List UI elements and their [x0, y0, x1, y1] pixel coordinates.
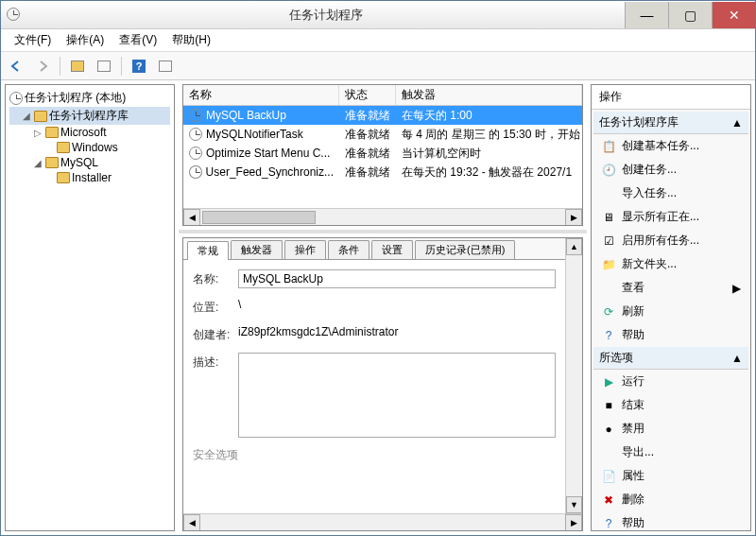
vertical-scrollbar[interactable]: ▲ ▼	[565, 238, 582, 513]
task-icon	[189, 147, 202, 160]
col-trigger[interactable]: 触发器	[396, 85, 582, 105]
menu-help[interactable]: 帮助(H)	[164, 30, 218, 50]
actions-panel: 操作 任务计划程序库▲ 📋创建基本任务... 🕘创建任务... 导入任务... …	[591, 84, 751, 531]
tab-history[interactable]: 历史记录(已禁用)	[415, 240, 515, 259]
action-show-running[interactable]: 🖥显示所有正在...	[593, 205, 748, 229]
tree-arrow-icon[interactable]: ◢	[32, 158, 43, 168]
action-help[interactable]: ?帮助	[593, 323, 748, 347]
actions-body: 任务计划程序库▲ 📋创建基本任务... 🕘创建任务... 导入任务... 🖥显示…	[592, 110, 750, 530]
tree-item-label: Microsoft	[60, 126, 107, 139]
task-trigger: 在每天的 19:32 - 触发器在 2027/1	[396, 164, 582, 181]
tree-root-label: 任务计划程序 (本地)	[25, 90, 126, 106]
tab-conditions[interactable]: 条件	[328, 240, 369, 259]
action-enable-all[interactable]: ☑启用所有任务...	[593, 229, 748, 252]
delete-icon: ✖	[601, 493, 616, 508]
tree-arrow-icon[interactable]: ◢	[21, 111, 32, 121]
properties-button[interactable]	[93, 55, 115, 78]
actions-section-selected: 所选项▲	[593, 347, 748, 370]
help-icon: ?	[601, 516, 616, 531]
tab-general[interactable]: 常规	[187, 241, 229, 260]
horizontal-scrollbar[interactable]: ◀ ▶	[183, 208, 582, 225]
scroll-down-button[interactable]: ▼	[566, 496, 582, 513]
properties-icon: 📄	[601, 469, 616, 484]
forward-button[interactable]	[31, 55, 54, 78]
task-name: MySQLNotifierTask	[206, 128, 303, 141]
collapse-icon[interactable]: ▲	[731, 352, 743, 365]
minimize-button[interactable]: —	[625, 2, 668, 28]
menu-file[interactable]: 文件(F)	[7, 30, 59, 50]
tab-content: 名称: 位置: \ 创建者: iZ89pf2kmsgdc1Z\Administr…	[183, 260, 565, 513]
task-status: 准备就绪	[339, 146, 396, 162]
action-delete[interactable]: ✖删除	[593, 488, 748, 511]
task-icon	[189, 128, 202, 141]
name-input[interactable]	[238, 269, 556, 288]
tree-item-installer[interactable]: Installer	[9, 170, 170, 185]
tree-arrow-icon[interactable]: ▷	[32, 128, 43, 138]
toolbar-separator	[60, 57, 60, 76]
app-icon	[7, 8, 22, 23]
tree-item-windows[interactable]: Windows	[9, 140, 170, 155]
actions-section-library: 任务计划程序库▲	[593, 112, 748, 134]
action-new-folder[interactable]: 📁新文件夹...	[593, 252, 748, 276]
tree-item-mysql[interactable]: ◢MySQL	[9, 155, 170, 170]
tree-item-microsoft[interactable]: ▷Microsoft	[9, 125, 170, 140]
scroll-right-button[interactable]: ▶	[565, 514, 582, 531]
tab-actions[interactable]: 操作	[284, 240, 326, 259]
action-help2[interactable]: ?帮助	[593, 511, 748, 530]
list-body: MySQL BackUp 准备就绪 在每天的 1:00 MySQLNotifie…	[183, 106, 582, 208]
task-row[interactable]: Optimize Start Menu C... 准备就绪 当计算机空闲时	[183, 144, 582, 163]
action-export[interactable]: 导出...	[593, 441, 748, 464]
refresh-button[interactable]	[154, 55, 177, 78]
tree-library[interactable]: ◢任务计划程序库	[9, 107, 170, 125]
col-name[interactable]: 名称	[183, 85, 339, 105]
show-hide-button[interactable]	[66, 55, 89, 78]
close-button[interactable]: ✕	[712, 2, 755, 28]
maximize-button[interactable]: ▢	[668, 2, 712, 28]
menu-action[interactable]: 操作(A)	[59, 30, 112, 50]
display-icon: 🖥	[601, 210, 616, 225]
action-refresh[interactable]: ⟳刷新	[593, 300, 748, 323]
tree-panel: 任务计划程序 (本地) ◢任务计划程序库 ▷Microsoft Windows …	[5, 84, 175, 531]
action-create-task[interactable]: 🕘创建任务...	[593, 158, 748, 182]
author-label: 创建者:	[193, 325, 238, 343]
collapse-icon[interactable]: ▲	[731, 116, 743, 130]
task-icon: 📋	[601, 139, 616, 154]
tab-settings[interactable]: 设置	[371, 240, 413, 259]
scroll-thumb[interactable]	[202, 211, 316, 224]
task-icon	[189, 109, 202, 122]
task-list-panel: 名称 状态 触发器 MySQL BackUp 准备就绪 在每天的 1:00 My…	[182, 84, 583, 226]
action-properties[interactable]: 📄属性	[593, 464, 748, 488]
toolbar: ?	[1, 52, 755, 80]
action-disable[interactable]: ●禁用	[593, 417, 748, 441]
description-input[interactable]	[238, 353, 556, 438]
clock-icon	[9, 92, 23, 105]
folder-icon	[45, 157, 59, 168]
task-row[interactable]: MySQLNotifierTask 准备就绪 每 4 周的 星期三 的 15:3…	[183, 125, 582, 144]
main-window: 任务计划程序 — ▢ ✕ 文件(F) 操作(A) 查看(V) 帮助(H) ? 任…	[0, 0, 756, 536]
action-end[interactable]: ■结束	[593, 393, 748, 417]
back-button[interactable]	[5, 55, 27, 78]
toolbar-separator	[121, 57, 122, 76]
play-icon: ▶	[601, 374, 616, 389]
action-import-task[interactable]: 导入任务...	[593, 182, 748, 205]
col-status[interactable]: 状态	[339, 85, 396, 105]
action-view[interactable]: 查看▶	[593, 276, 748, 300]
horizontal-scrollbar[interactable]: ◀ ▶	[183, 513, 582, 530]
tree-item-label: Windows	[72, 141, 118, 154]
scroll-left-button[interactable]: ◀	[183, 209, 200, 226]
task-name: Optimize Start Menu C...	[206, 147, 330, 160]
scroll-up-button[interactable]: ▲	[566, 238, 582, 255]
task-row[interactable]: User_Feed_Synchroniz... 准备就绪 在每天的 19:32 …	[183, 163, 582, 182]
scroll-left-button[interactable]: ◀	[183, 514, 200, 531]
action-run[interactable]: ▶运行	[593, 370, 748, 393]
task-row[interactable]: MySQL BackUp 准备就绪 在每天的 1:00	[183, 106, 582, 125]
action-create-basic-task[interactable]: 📋创建基本任务...	[593, 134, 748, 158]
splitter[interactable]	[179, 230, 587, 233]
tree-root[interactable]: 任务计划程序 (本地)	[9, 89, 170, 107]
task-trigger: 当计算机空闲时	[396, 146, 582, 162]
task-status: 准备就绪	[339, 164, 396, 181]
menu-view[interactable]: 查看(V)	[112, 30, 164, 50]
help-button[interactable]: ?	[128, 55, 150, 78]
scroll-right-button[interactable]: ▶	[565, 209, 582, 226]
tab-triggers[interactable]: 触发器	[231, 240, 283, 259]
